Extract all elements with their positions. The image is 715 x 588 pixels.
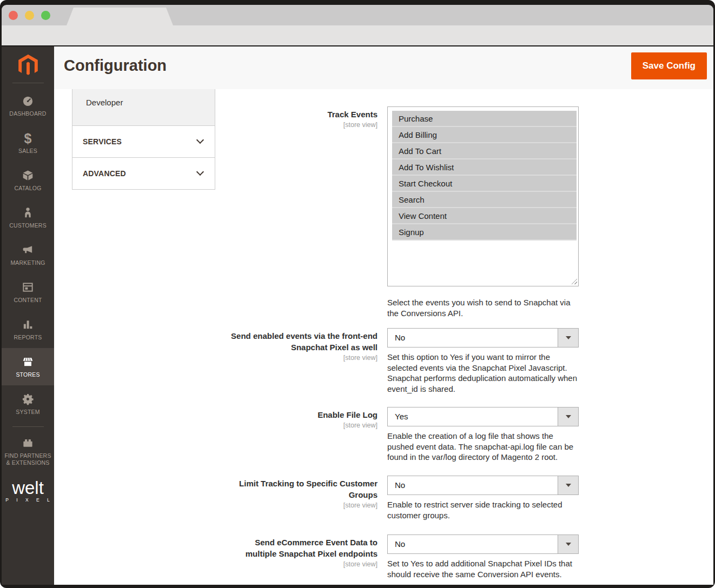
sidebar-item-customers[interactable]: CUSTOMERS — [2, 199, 54, 236]
customer-groups-select[interactable]: No — [387, 476, 579, 495]
field-input-block: PurchaseAdd BillingAdd To CartAdd To Wis… — [387, 106, 579, 286]
select-value: No — [395, 535, 405, 553]
field-input-block: No Enable to restrict server side tracki… — [387, 476, 579, 520]
field-note: Enable to restrict server side tracking … — [387, 499, 579, 520]
close-window-button[interactable] — [9, 11, 18, 20]
select-dropdown-arrow-icon[interactable] — [558, 329, 578, 347]
field-input-block: Yes Enable the creation of a log file th… — [387, 407, 579, 463]
select-dropdown-arrow-icon[interactable] — [558, 407, 578, 426]
field-scope: [store view] — [227, 422, 378, 429]
sidebar-item-label: DASHBOARD — [3, 110, 53, 117]
select-dropdown-arrow-icon[interactable] — [558, 535, 578, 553]
file-log-select[interactable]: Yes — [387, 407, 579, 426]
config-nav-section-label: SERVICES — [83, 137, 122, 146]
track-events-option[interactable]: Add To Cart — [392, 143, 577, 159]
track-events-option[interactable]: Add Billing — [392, 127, 577, 143]
sidebar-item-label: MARKETING — [3, 259, 53, 266]
sidebar-item-label: SALES — [3, 148, 53, 155]
track-events-option[interactable]: Search — [392, 192, 577, 208]
frontend-pixel-select[interactable]: No — [387, 328, 579, 348]
track-events-option[interactable]: Purchase — [392, 111, 577, 127]
field-label-block: Limit Tracking to Specific Customer Grou… — [227, 476, 378, 509]
main-area: Configuration Save Config Developer SERV… — [54, 46, 713, 585]
sidebar-item-system[interactable]: SYSTEM — [2, 385, 54, 423]
sidebar-item-find-partners[interactable]: FIND PARTNERS & EXTENSIONS — [2, 431, 54, 472]
sidebar-item-label: SYSTEM — [3, 409, 53, 416]
track-events-option[interactable]: View Content — [392, 208, 577, 224]
field-input-block: No Set to Yes to add additional Snapchat… — [387, 534, 579, 579]
field-note: Set to Yes to add additional Snapchat Pi… — [387, 558, 579, 579]
multiple-endpoints-select[interactable]: No — [387, 534, 579, 554]
sidebar-item-reports[interactable]: REPORTS — [2, 311, 54, 348]
save-config-button[interactable]: Save Config — [631, 52, 707, 79]
dashboard-icon — [22, 95, 34, 108]
browser-tab[interactable] — [67, 8, 173, 25]
browser-address-bar[interactable] — [2, 25, 713, 45]
config-nav-section-advanced[interactable]: ADVANCED — [72, 157, 215, 189]
page-body: Developer SERVICES ADVANCED T — [54, 89, 713, 585]
sidebar-divider — [12, 83, 44, 83]
sidebar-item-sales[interactable]: $ SALES — [2, 124, 54, 162]
track-events-option[interactable]: Start Checkout — [392, 176, 577, 192]
sidebar-item-stores[interactable]: STORES — [2, 348, 54, 385]
magento-logo-icon[interactable] — [16, 52, 41, 79]
field-label: Limit Tracking to Specific Customer Grou… — [227, 478, 378, 500]
chevron-down-icon — [196, 136, 204, 144]
field-label-block: Send eCommerce Event Data to multiple Sn… — [227, 534, 378, 568]
stores-icon — [22, 356, 34, 369]
field-note: Set this option to Yes if you want to mi… — [387, 352, 579, 394]
weltpixel-logo: welt P I X E L — [3, 479, 52, 503]
sidebar-item-content[interactable]: CONTENT — [2, 273, 54, 311]
maximize-window-button[interactable] — [41, 11, 50, 20]
field-label-block: Enable File Log [store view] — [227, 407, 378, 429]
config-nav-item-developer[interactable]: Developer — [72, 89, 215, 125]
marketing-icon — [22, 244, 34, 257]
customers-icon — [22, 206, 34, 219]
select-value: No — [395, 329, 405, 347]
admin-sidebar: DASHBOARD $ SALES CATALOG CUSTOME — [2, 46, 54, 585]
field-note: Select the events you wish to send to Sn… — [387, 297, 579, 318]
sidebar-item-marketing[interactable]: MARKETING — [2, 236, 54, 273]
page-header: Configuration Save Config — [54, 46, 713, 89]
catalog-icon — [22, 169, 34, 182]
field-label: Send eCommerce Event Data to multiple Sn… — [227, 537, 378, 559]
page-content: DASHBOARD $ SALES CATALOG CUSTOME — [2, 46, 713, 585]
sidebar-item-label: REPORTS — [3, 334, 53, 341]
gear-icon — [22, 393, 34, 406]
field-scope: [store view] — [227, 354, 378, 362]
sidebar-item-catalog[interactable]: CATALOG — [2, 162, 54, 199]
config-nav-section-services[interactable]: SERVICES — [72, 125, 215, 157]
select-value: No — [395, 476, 405, 495]
sidebar-item-label: FIND PARTNERS & EXTENSIONS — [3, 452, 53, 466]
field-label-block: Track Events [store view] — [227, 106, 378, 129]
sidebar-item-label: CUSTOMERS — [3, 222, 53, 229]
content-icon — [22, 281, 34, 294]
config-nav-section-label: ADVANCED — [83, 169, 126, 178]
screenshot-stage: DASHBOARD $ SALES CATALOG CUSTOME — [0, 0, 715, 588]
field-label: Track Events — [227, 109, 378, 120]
field-note: Enable the creation of a log file that s… — [387, 431, 579, 463]
browser-window: DASHBOARD $ SALES CATALOG CUSTOME — [0, 0, 715, 588]
sidebar-item-label: CATALOG — [3, 185, 53, 192]
field-label-block: Send enabled events via the front-end Sn… — [227, 328, 378, 362]
select-dropdown-arrow-icon[interactable] — [558, 476, 578, 495]
field-input-block: No Set this option to Yes if you want to… — [387, 328, 579, 394]
field-scope: [store view] — [227, 121, 378, 129]
reports-icon — [22, 318, 34, 331]
sidebar-item-label: STORES — [3, 371, 53, 378]
weltpixel-logo-subtext: P I X E L — [5, 497, 52, 503]
field-scope: [store view] — [227, 560, 378, 568]
track-events-option[interactable]: Signup — [392, 224, 577, 240]
field-scope: [store view] — [227, 502, 378, 509]
sales-icon: $ — [24, 132, 32, 145]
sidebar-item-dashboard[interactable]: DASHBOARD — [2, 87, 54, 124]
field-label: Send enabled events via the front-end Sn… — [227, 330, 378, 353]
minimize-window-button[interactable] — [25, 11, 34, 20]
chevron-down-icon — [196, 168, 204, 176]
weltpixel-logo-text: welt — [3, 479, 52, 497]
sidebar-divider — [12, 426, 44, 427]
field-label: Enable File Log — [227, 409, 378, 420]
sidebar-item-label: CONTENT — [3, 297, 53, 304]
track-events-option[interactable]: Add To Wishlist — [392, 159, 577, 176]
track-events-multiselect[interactable]: PurchaseAdd BillingAdd To CartAdd To Wis… — [387, 106, 579, 286]
